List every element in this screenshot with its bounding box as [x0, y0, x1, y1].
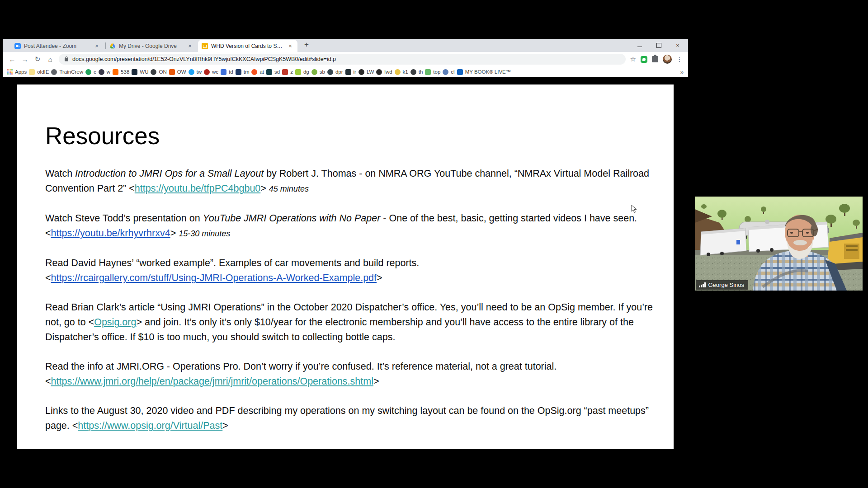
site-icon	[295, 69, 301, 75]
twitter-icon	[189, 69, 194, 75]
bookmark-label: ON	[159, 69, 166, 75]
evernote-extension-icon[interactable]	[641, 56, 647, 63]
forward-icon[interactable]: →	[19, 53, 31, 65]
bookmark-item[interactable]: ON	[151, 69, 166, 75]
bookmark-item[interactable]: td	[221, 69, 233, 75]
bookmark-item[interactable]: tw	[189, 69, 202, 75]
bookmark-label: dpr	[335, 69, 343, 75]
bookmark-item[interactable]: 538	[113, 69, 129, 75]
bookmark-item[interactable]: ir	[345, 69, 356, 75]
bookmark-label: sd	[274, 69, 280, 75]
bookmark-item[interactable]: wc	[204, 69, 218, 75]
bookmark-label: sb	[320, 69, 325, 75]
close-button[interactable]: ×	[668, 39, 687, 52]
text-run: >	[377, 272, 382, 283]
text-run: >	[373, 376, 379, 387]
text-run: Read David Haynes’ “worked example”. Exa…	[45, 258, 419, 268]
webcam-overlay[interactable]: George Sinos	[693, 195, 864, 292]
bookmark-item[interactable]: sd	[266, 69, 280, 75]
bookmark-item[interactable]: dg	[295, 69, 309, 75]
bookmark-label: k1	[403, 69, 408, 75]
link-opsig-org[interactable]: Opsig.org	[94, 317, 136, 328]
reload-icon[interactable]: ↻	[32, 53, 43, 65]
bookmark-item[interactable]: Apps	[7, 69, 27, 75]
bookmark-item[interactable]: sb	[311, 69, 325, 75]
paragraph-brian-clark: Read Brian Clark’s article “Using JMRI O…	[45, 300, 658, 345]
bookmark-label: lwd	[384, 69, 392, 75]
bookmark-item[interactable]: tm	[236, 69, 250, 75]
site-icon	[132, 69, 137, 75]
folder-icon	[29, 69, 35, 75]
site-icon	[221, 69, 226, 75]
chrome-menu-icon[interactable]: ⋮	[676, 56, 683, 63]
bookmark-item[interactable]: dpr	[327, 69, 343, 75]
text-run: Read the info at JMRI.ORG - Operations P…	[45, 361, 557, 372]
site-icon	[113, 69, 118, 75]
site-icon	[395, 69, 401, 75]
bookmark-item[interactable]: top	[425, 69, 440, 75]
link-rcairgallery-pdf[interactable]: https://rcairgallery.com/stuff/Using-JMR…	[51, 272, 377, 283]
address-bar[interactable]: docs.google.com/presentation/d/1E52-OnzV…	[59, 54, 626, 65]
bookmark-label: MY BOOK® LIVE™	[465, 69, 511, 75]
new-tab-button[interactable]: +	[301, 40, 312, 51]
bookmark-item[interactable]: k1	[395, 69, 408, 75]
bookmark-label: w	[107, 69, 110, 75]
globe-icon	[410, 69, 416, 75]
bookmark-item[interactable]: c	[85, 69, 96, 75]
bookmark-item[interactable]: lwd	[376, 69, 392, 75]
text-run: Watch	[45, 168, 75, 179]
link-youtube-krhyvrhrxv4[interactable]: https://youtu.be/krhyvrhrxv4	[51, 228, 170, 239]
restore-button[interactable]	[649, 39, 668, 52]
text-run-italic: YouTube JMRI Operations with No Paper	[203, 213, 381, 224]
paragraph-past-meetups: Links to the August 30, 2020 video and P…	[45, 404, 658, 433]
home-icon[interactable]: ⌂	[44, 53, 56, 65]
back-icon[interactable]: ←	[6, 53, 18, 65]
site-icon	[99, 69, 104, 75]
minimize-button[interactable]	[630, 39, 649, 52]
tab-drive[interactable]: My Drive - Google Drive ×	[106, 40, 197, 52]
bookmark-label: at	[259, 69, 264, 75]
tab-slides-active[interactable]: WHD Version of Cards to Switch ×	[198, 40, 297, 52]
bookmark-item[interactable]: TrainCrew	[51, 69, 83, 75]
site-icon	[266, 69, 272, 75]
bookmark-label: oldIE	[37, 69, 49, 75]
profile-avatar[interactable]	[663, 55, 672, 64]
site-icon	[376, 69, 382, 75]
bookmark-label: OW	[177, 69, 186, 75]
site-icon	[311, 69, 317, 75]
text-run: Watch Steve Todd’s presentation on	[45, 213, 203, 224]
tab-close-icon[interactable]: ×	[186, 42, 193, 49]
participant-nametag: George Sinos	[696, 280, 748, 290]
tab-strip: Post Attendee - Zoom × My Drive - Google…	[3, 39, 688, 52]
site-icon	[169, 69, 175, 75]
tab-close-icon[interactable]: ×	[93, 42, 100, 49]
bookmark-star-icon[interactable]: ☆	[630, 55, 636, 63]
bookmarks-overflow-icon[interactable]: »	[680, 69, 684, 75]
tab-title: My Drive - Google Drive	[119, 43, 183, 49]
bookmark-item[interactable]: w	[99, 69, 110, 75]
link-opsig-virtual-past[interactable]: https://www.opsig.org/Virtual/Past	[78, 420, 222, 431]
bookmark-item[interactable]: oldIE	[29, 69, 49, 75]
window-controls: ×	[630, 39, 687, 52]
text-run: >	[222, 420, 228, 431]
bookmark-item[interactable]: at	[251, 69, 264, 75]
bookmarks-bar: AppsoldIETrainCrewcw538WUONOWtwwctdtmats…	[3, 66, 688, 77]
bookmark-item[interactable]: LW	[359, 69, 374, 75]
bookmark-item[interactable]: th	[410, 69, 423, 75]
bookmark-item[interactable]: WU	[132, 69, 148, 75]
link-youtube-tfpPC4bgbu0[interactable]: https://youtu.be/tfpPC4bgbu0	[135, 183, 261, 194]
tab-zoom[interactable]: Post Attendee - Zoom ×	[11, 40, 104, 52]
bookmark-label: WU	[140, 69, 148, 75]
link-jmri-operations-shtml[interactable]: https://www.jmri.org/help/en/package/jmr…	[51, 376, 373, 387]
bookmark-item[interactable]: MY BOOK® LIVE™	[457, 69, 511, 75]
text-run: <	[45, 272, 51, 283]
extensions-puzzle-icon[interactable]	[652, 56, 658, 62]
bookmark-label: z	[290, 69, 293, 75]
bookmark-item[interactable]: OW	[169, 69, 186, 75]
site-icon	[204, 69, 210, 75]
bookmark-item[interactable]: z	[282, 69, 293, 75]
bookmark-item[interactable]: cl	[443, 69, 454, 75]
tab-close-icon[interactable]: ×	[287, 42, 294, 49]
bookmark-label: LW	[367, 69, 374, 75]
apps-grid-icon	[7, 69, 13, 75]
